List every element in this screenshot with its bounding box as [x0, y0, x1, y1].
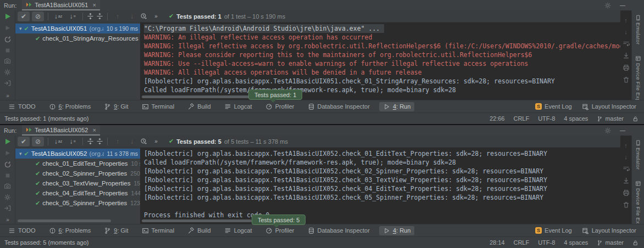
sort-alphabetically-icon[interactable]: ↓az: [52, 12, 64, 21]
import-test-results-icon[interactable]: [4, 205, 11, 212]
show-ignored-icon[interactable]: ⊘: [32, 137, 44, 146]
toolwindow-button-git[interactable]: 9: Git: [100, 226, 132, 235]
indent-setting[interactable]: 4 spaces: [564, 115, 588, 122]
show-passed-icon[interactable]: ✔: [18, 12, 30, 21]
stripe-emulator[interactable]: Emulator: [635, 140, 641, 170]
run-tab[interactable]: TestA1BasicUIX051 ×: [22, 0, 100, 10]
show-ignored-icon[interactable]: ⊘: [32, 12, 44, 21]
clear-console-icon[interactable]: [623, 76, 630, 83]
expand-all-icon[interactable]: [87, 13, 94, 20]
toggle-auto-test-icon[interactable]: [4, 36, 12, 43]
lock-icon[interactable]: [632, 240, 639, 246]
event-log-button[interactable]: S Event Log: [535, 102, 572, 111]
lock-icon[interactable]: [632, 116, 639, 122]
import-test-results-icon[interactable]: [4, 80, 11, 87]
more-icon[interactable]: »: [6, 217, 9, 223]
test-tree-item[interactable]: ✔ check_01_StringArray_Resources 10 s 19…: [15, 33, 140, 43]
close-icon[interactable]: ×: [92, 2, 96, 8]
test-tree-item[interactable]: ✔ check_04_EditText_Properties 144 ms: [15, 188, 140, 198]
scroll-down-icon[interactable]: ↓: [624, 154, 628, 160]
toolwindow-button-problems[interactable]: 6: Problems: [45, 226, 95, 235]
stop-icon[interactable]: [4, 47, 11, 54]
stop-icon[interactable]: [4, 172, 11, 179]
gear-icon[interactable]: [604, 2, 611, 9]
previous-failed-icon[interactable]: ↑: [112, 137, 124, 146]
rerun-failed-tests-icon[interactable]: [4, 24, 12, 32]
toolwindow-button-problems[interactable]: 6: Problems: [45, 102, 95, 111]
toolwindow-button-terminal[interactable]: Terminal: [138, 102, 179, 111]
scroll-to-end-icon[interactable]: [623, 52, 630, 59]
collapse-all-icon[interactable]: [96, 13, 103, 20]
git-branch[interactable]: master: [597, 115, 624, 122]
git-branch[interactable]: master: [597, 239, 624, 246]
line-ending[interactable]: CRLF: [513, 115, 529, 122]
toolwindow-button-run[interactable]: 4: Run: [379, 226, 414, 235]
test-tree-root[interactable]: ▾ ✔ TestA1BasicUIX052 (org.aplas.basica …: [15, 149, 140, 159]
print-icon[interactable]: [623, 189, 630, 196]
sort-by-duration-icon[interactable]: ↓≡: [66, 12, 79, 21]
test-tree-item[interactable]: ✔ check_05_Spinner_Properties 123 ms: [15, 198, 140, 208]
event-log-button[interactable]: S Event Log: [535, 226, 572, 235]
hide-icon[interactable]: —: [620, 127, 625, 133]
rerun-icon[interactable]: [4, 138, 12, 145]
toolwindow-button-todo[interactable]: TODO: [4, 226, 40, 235]
toolwindow-button-git[interactable]: 9: Git: [100, 102, 132, 111]
console-hscrollbar[interactable]: [142, 95, 252, 98]
toolwindow-button-build[interactable]: Build: [184, 102, 214, 111]
scroll-to-end-icon[interactable]: [623, 177, 630, 184]
more-toolbar-icon[interactable]: »: [150, 12, 162, 21]
thread-dump-icon[interactable]: [4, 58, 11, 65]
hide-icon[interactable]: —: [620, 2, 625, 8]
scroll-up-icon[interactable]: ↑: [624, 17, 628, 24]
thread-dump-icon[interactable]: [4, 183, 11, 190]
test-tree-item[interactable]: ✔ check_03_TextView_Properties 150 ms: [15, 178, 140, 188]
expand-all-icon[interactable]: [87, 138, 94, 145]
tree-hscrollbar[interactable]: [18, 219, 111, 222]
test-settings-icon[interactable]: [4, 69, 11, 76]
test-tree-item[interactable]: ✔ check_01_EditText_Properties 10 s 711 …: [15, 159, 140, 168]
chevron-down-icon[interactable]: ▾: [19, 26, 22, 31]
more-icon[interactable]: »: [6, 93, 9, 99]
encoding[interactable]: UTF-8: [538, 239, 555, 246]
more-toolbar-icon[interactable]: »: [150, 137, 162, 146]
toolwindow-button-logcat[interactable]: Logcat: [220, 226, 256, 235]
scroll-up-icon[interactable]: ↑: [624, 142, 628, 149]
collapse-all-icon[interactable]: [96, 138, 103, 145]
toolwindow-button-todo[interactable]: TODO: [4, 102, 40, 111]
test-tree-root[interactable]: ▾ ✔ TestA1BasicUIX051 (org.aplas.basica …: [15, 24, 140, 33]
toolwindow-button-profiler[interactable]: Profiler: [262, 102, 298, 111]
toolwindow-button-logcat[interactable]: Logcat: [220, 102, 256, 111]
caret-position[interactable]: 22:66: [490, 115, 505, 122]
toolwindow-button-terminal[interactable]: Terminal: [138, 226, 179, 235]
encoding[interactable]: UTF-8: [538, 115, 555, 122]
show-passed-icon[interactable]: ✔: [18, 137, 30, 146]
layout-inspector-button[interactable]: Layout Inspector: [582, 226, 636, 235]
gear-icon[interactable]: [604, 127, 611, 134]
console-hscrollbar[interactable]: [142, 219, 252, 222]
stripe-emulator[interactable]: Emulator: [635, 15, 641, 44]
console-output[interactable]: [Robolectric] org.aplas.basicappx.TestA1…: [141, 148, 620, 218]
toolwindow-button-run[interactable]: 4: Run: [379, 102, 414, 111]
indent-setting[interactable]: 4 spaces: [564, 239, 588, 246]
sort-by-duration-icon[interactable]: ↓≡: [66, 137, 79, 146]
toggle-auto-test-icon[interactable]: [4, 161, 12, 168]
rerun-failed-tests-icon[interactable]: [4, 149, 12, 157]
next-failed-icon[interactable]: ↓: [126, 137, 138, 146]
caret-position[interactable]: 28:14: [490, 239, 505, 246]
layout-inspector-button[interactable]: Layout Inspector: [582, 102, 636, 111]
rerun-icon[interactable]: [4, 13, 12, 20]
line-ending[interactable]: CRLF: [513, 239, 529, 246]
sort-alphabetically-icon[interactable]: ↓az: [52, 137, 64, 146]
print-icon[interactable]: [623, 64, 630, 71]
test-history-icon[interactable]: [140, 13, 148, 20]
chevron-down-icon[interactable]: ▾: [19, 151, 22, 156]
scroll-down-icon[interactable]: ↓: [624, 29, 628, 35]
close-icon[interactable]: ×: [92, 127, 96, 133]
toolwindow-button-database-inspector[interactable]: Database Inspector: [304, 226, 374, 235]
test-settings-icon[interactable]: [4, 194, 11, 201]
next-failed-icon[interactable]: ↓: [126, 12, 138, 21]
toolwindow-button-database-inspector[interactable]: Database Inspector: [304, 102, 374, 111]
console-output[interactable]: "C:\Program Files\Android\Android Studio…: [141, 22, 620, 94]
test-tree-item[interactable]: ✔ check_02_Spinner_Properties 250 ms: [15, 168, 140, 178]
previous-failed-icon[interactable]: ↑: [112, 12, 124, 21]
